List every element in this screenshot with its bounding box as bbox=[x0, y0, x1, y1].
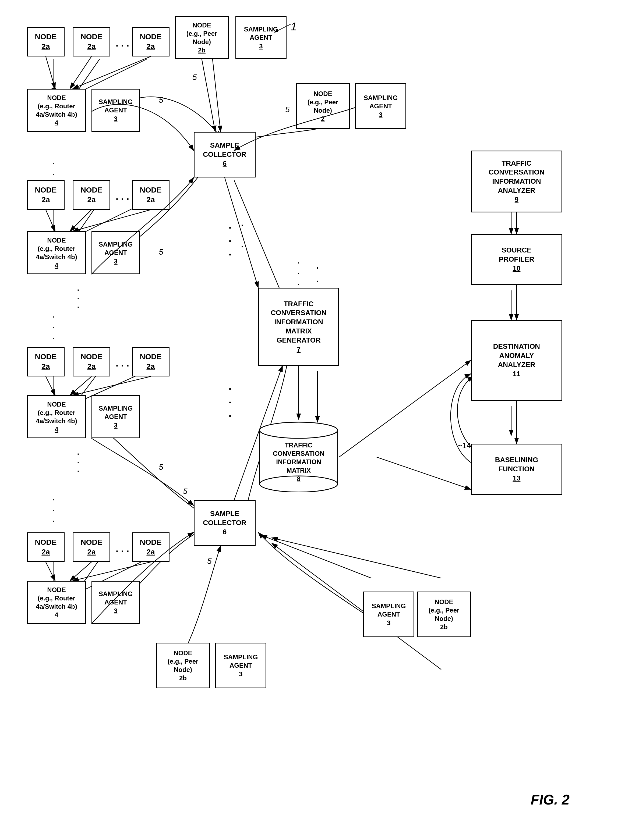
sample-collector-2: SAMPLE COLLECTOR 6 bbox=[194, 500, 256, 546]
ellipsis-3: . . . bbox=[116, 358, 129, 369]
node-2a-10: NODE 2a bbox=[27, 532, 65, 562]
traffic-generator: TRAFFIC CONVERSATION INFORMATION MATRIX … bbox=[258, 288, 339, 366]
node-2a-3: NODE 2a bbox=[132, 27, 169, 56]
node-2a-5: NODE 2a bbox=[73, 180, 110, 210]
svg-text:.: . bbox=[297, 254, 300, 266]
ellipsis-4: . . . bbox=[116, 543, 129, 554]
svg-text:.: . bbox=[297, 276, 300, 287]
svg-line-50 bbox=[202, 59, 215, 132]
sampling-agent-bottom: SAMPLING AGENT 3 bbox=[215, 643, 266, 688]
label-5-2: 5 bbox=[192, 73, 197, 82]
svg-line-62 bbox=[70, 562, 92, 581]
ref-arrow bbox=[269, 22, 296, 38]
node-router-1: NODE (e.g., Router 4a/Switch 4b) 4 bbox=[27, 89, 86, 132]
svg-text:.: . bbox=[229, 232, 232, 244]
svg-point-44 bbox=[260, 422, 338, 438]
svg-line-15 bbox=[234, 180, 282, 296]
sampling-agent-3d: SAMPLING AGENT 3 bbox=[92, 581, 140, 624]
vert-dots-2: ··· bbox=[77, 449, 80, 475]
svg-line-54 bbox=[225, 178, 258, 288]
ellipsis-2: . . . bbox=[116, 191, 129, 202]
node-router-3: NODE (e.g., Router 4a/Switch 4b) 4 bbox=[27, 395, 86, 438]
node-peer-bottom: NODE (e.g., Peer Node) 2b bbox=[156, 643, 210, 688]
svg-text:.: . bbox=[241, 216, 244, 228]
svg-text:.: . bbox=[297, 265, 300, 276]
svg-line-53 bbox=[73, 210, 151, 231]
svg-line-66 bbox=[339, 360, 471, 457]
sampling-agent-2: SAMPLING AGENT 3 bbox=[355, 83, 406, 129]
svg-text:·: · bbox=[52, 332, 55, 344]
node-2a-11: NODE 2a bbox=[73, 532, 110, 562]
svg-line-5 bbox=[212, 59, 221, 132]
svg-text:.: . bbox=[229, 246, 232, 258]
node-peer-top: NODE (e.g., Peer Node) 2b bbox=[175, 16, 229, 59]
svg-line-22 bbox=[272, 538, 441, 578]
label-5-4: 5 bbox=[159, 247, 163, 256]
svg-line-49 bbox=[73, 56, 151, 89]
svg-text:·: · bbox=[52, 504, 55, 516]
traffic-matrix-cylinder: TRAFFIC CONVERSATION INFORMATION MATRIX … bbox=[258, 419, 339, 492]
svg-line-23 bbox=[272, 543, 441, 670]
node-2a-9: NODE 2a bbox=[132, 347, 169, 376]
svg-text:.: . bbox=[316, 259, 319, 271]
svg-line-58 bbox=[46, 376, 55, 395]
label-5-3: 5 bbox=[285, 105, 290, 114]
node-2a-8: NODE 2a bbox=[73, 347, 110, 376]
node-peer-b2: NODE (e.g., Peer Node) 2b bbox=[417, 591, 471, 637]
node-router-4: NODE (e.g., Router 4a/Switch 4b) 4 bbox=[27, 581, 86, 624]
svg-text:.: . bbox=[229, 394, 232, 406]
svg-line-17 bbox=[377, 457, 471, 489]
svg-line-47 bbox=[46, 56, 55, 89]
sampling-agent-3c: SAMPLING AGENT 3 bbox=[92, 395, 140, 438]
svg-text:.: . bbox=[316, 273, 319, 284]
vert-dots-1: ··· bbox=[77, 285, 80, 311]
label-14: ~14 bbox=[458, 441, 471, 450]
svg-text:.: . bbox=[229, 219, 232, 231]
node-2a-6: NODE 2a bbox=[132, 180, 169, 210]
label-5-1: 5 bbox=[159, 95, 163, 105]
node-2a-12: NODE 2a bbox=[132, 532, 169, 562]
node-2a-2: NODE 2a bbox=[73, 27, 110, 56]
svg-text:·: · bbox=[52, 157, 55, 169]
traffic-analyzer: TRAFFIC CONVERSATION INFORMATION ANALYZE… bbox=[471, 151, 562, 212]
svg-text:·: · bbox=[52, 515, 55, 526]
sampling-agent-3b: SAMPLING AGENT 3 bbox=[92, 231, 140, 274]
svg-text:·: · bbox=[52, 321, 55, 333]
dest-anomaly-analyzer: DESTINATION ANOMALY ANALYZER 11 bbox=[471, 320, 562, 401]
svg-line-63 bbox=[73, 562, 151, 581]
svg-line-59 bbox=[70, 376, 92, 395]
source-profiler: SOURCE PROFILER 10 bbox=[471, 234, 562, 285]
baselining-function: BASELINING FUNCTION 13 bbox=[471, 444, 562, 495]
node-peer-2: NODE (e.g., Peer Node) 2 bbox=[296, 83, 350, 129]
svg-text:·: · bbox=[52, 310, 55, 322]
sample-collector-1: SAMPLE COLLECTOR 6 bbox=[194, 132, 256, 178]
svg-text:.: . bbox=[241, 238, 244, 249]
svg-text:.: . bbox=[229, 380, 232, 392]
ellipsis-1: . . . bbox=[116, 38, 129, 49]
svg-text:.: . bbox=[229, 407, 232, 419]
sampling-agent-b2: SAMPLING AGENT 3 bbox=[363, 591, 414, 637]
node-2a-4: NODE 2a bbox=[27, 180, 65, 210]
svg-text:·: · bbox=[52, 168, 55, 179]
label-5-5: 5 bbox=[159, 462, 163, 472]
figure-label: FIG. 2 bbox=[531, 792, 570, 808]
svg-line-52 bbox=[70, 210, 92, 231]
node-router-2: NODE (e.g., Router 4a/Switch 4b) 4 bbox=[27, 231, 86, 274]
svg-text:.: . bbox=[241, 227, 244, 239]
svg-line-61 bbox=[46, 562, 55, 581]
svg-text:·: · bbox=[52, 493, 55, 505]
sampling-agent-1: SAMPLING AGENT 3 bbox=[92, 89, 140, 132]
svg-line-51 bbox=[46, 210, 55, 231]
node-2a-1: NODE 2a bbox=[27, 27, 65, 56]
label-5-7: 5 bbox=[207, 557, 212, 566]
svg-line-21 bbox=[261, 535, 371, 578]
node-2a-7: NODE 2a bbox=[27, 347, 65, 376]
diagram: . . . . . . . . . · · · · · · · · · NODE… bbox=[0, 0, 618, 840]
svg-line-48 bbox=[70, 56, 92, 89]
label-5-6: 5 bbox=[183, 487, 187, 496]
svg-line-60 bbox=[73, 376, 151, 395]
